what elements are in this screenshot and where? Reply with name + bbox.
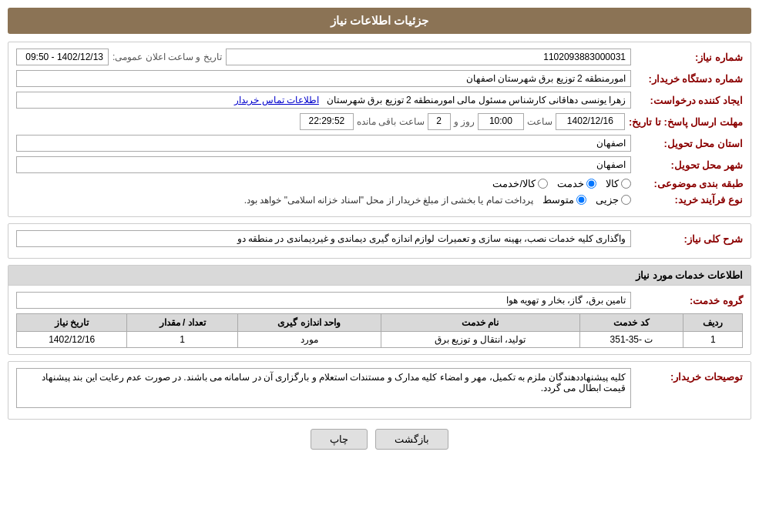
need-description-label: شرح کلی نیاز: xyxy=(635,233,743,245)
purchase-type-label-jozi: جزیی xyxy=(596,194,619,206)
col-quantity: تعداد / مقدار xyxy=(127,314,237,332)
service-group-value: تامین برق، گاز، بخار و تهویه هوا xyxy=(16,292,631,309)
page-wrapper: جزئیات اطلاعات نیاز شماره نیاز: 11020938… xyxy=(0,0,759,532)
response-days: 2 xyxy=(428,113,451,130)
page-title: جزئیات اطلاعات نیاز xyxy=(8,8,751,34)
category-option-kala-khedmat[interactable]: کالا/خدمت xyxy=(492,178,548,189)
services-info-section: اطلاعات خدمات مورد نیاز گروه خدمت: تامین… xyxy=(8,265,751,355)
buyer-notes-label: توصیحات خریدار: xyxy=(635,368,743,383)
cell-unit: مورد xyxy=(237,332,381,348)
row-service-group: گروه خدمت: تامین برق، گاز، بخار و تهویه … xyxy=(16,292,743,309)
province-value: اصفهان xyxy=(16,135,631,152)
creator-label: ایجاد کننده درخواست: xyxy=(635,95,743,106)
buyer-notes-textarea[interactable]: کلیه پیشنهاددهندگان ملزم به تکمیل، مهر و… xyxy=(16,368,631,408)
response-date: 1402/12/16 xyxy=(556,113,625,130)
response-time-label: ساعت xyxy=(527,116,552,127)
row-category: طبقه بندی موضوعی: کالا خدمت کالا/خدمت xyxy=(16,178,743,189)
cell-date: 1402/12/16 xyxy=(17,332,127,348)
row-city: شهر محل تحویل: اصفهان xyxy=(16,156,743,173)
response-days-label: روز و xyxy=(454,116,475,127)
col-row: ردیف xyxy=(683,314,743,332)
row-response-deadline: مهلت ارسال پاسخ: تا تاریخ: 1402/12/16 سا… xyxy=(16,113,743,130)
buyer-notes-body: توصیحات خریدار: کلیه پیشنهاددهندگان ملزم… xyxy=(8,362,751,419)
response-deadline-label: مهلت ارسال پاسخ: تا تاریخ: xyxy=(629,116,743,128)
cell-code: ت -35-351 xyxy=(579,332,683,348)
category-radio-kala-khedmat[interactable] xyxy=(538,179,548,189)
buyer-name-label: شماره دستگاه خریدار: xyxy=(635,73,743,85)
row-province: استان محل تحویل: اصفهان xyxy=(16,135,743,152)
category-radio-kala[interactable] xyxy=(621,179,631,189)
city-value: اصفهان xyxy=(16,156,631,173)
purchase-type-radio-group: جزیی متوسط پرداخت تمام یا بخشی از مبلغ خ… xyxy=(16,194,631,206)
col-date: تاریخ نیاز xyxy=(17,314,127,332)
main-info-section: شماره نیاز: 1102093883000031 تاریخ و ساع… xyxy=(8,42,751,217)
creator-value: زهرا یونسی دهاقانی کارشناس مسئول مالی ام… xyxy=(16,92,631,109)
purchase-type-label-motevaset: متوسط xyxy=(542,194,574,206)
purchase-type-radio-jozi[interactable] xyxy=(621,195,631,205)
purchase-type-label: نوع فرآیند خرید: xyxy=(635,194,743,206)
category-radio-khedmat[interactable] xyxy=(586,179,596,189)
row-buyer-name: شماره دستگاه خریدار: امورمنطقه 2 توزیع ب… xyxy=(16,70,743,87)
need-number-value: 1102093883000031 xyxy=(226,49,631,65)
purchase-type-radio-motevaset[interactable] xyxy=(576,195,586,205)
creator-name: زهرا یونسی دهاقانی کارشناس مسئول مالی ام… xyxy=(327,95,626,105)
need-description-body: شرح کلی نیاز: واگذاری کلیه خدمات نصب، به… xyxy=(8,224,751,258)
col-name: نام خدمت xyxy=(381,314,579,332)
response-time: 10:00 xyxy=(478,113,524,130)
purchase-type-note: پرداخت تمام یا بخشی از مبلغ خریدار از مح… xyxy=(16,195,533,206)
announcement-date-label: تاریخ و ساعت اعلان عمومی: xyxy=(113,52,222,62)
response-date-block: 1402/12/16 ساعت 10:00 روز و 2 ساعت باقی … xyxy=(16,113,625,130)
category-label: طبقه بندی موضوعی: xyxy=(635,178,743,189)
button-bar: بازگشت چاپ xyxy=(8,429,751,450)
table-row: 1 ت -35-351 تولید، انتقال و توزیع برق مو… xyxy=(17,332,743,348)
need-number-label: شماره نیاز: xyxy=(635,52,743,63)
cell-row: 1 xyxy=(683,332,743,348)
city-label: شهر محل تحویل: xyxy=(635,159,743,171)
col-unit: واحد اندازه گیری xyxy=(237,314,381,332)
table-header-row: ردیف کد خدمت نام خدمت واحد اندازه گیری ت… xyxy=(17,314,743,332)
need-description-value: واگذاری کلیه خدمات نصب، بهینه سازی و تعم… xyxy=(16,230,631,247)
buyer-notes-section: توصیحات خریدار: کلیه پیشنهاددهندگان ملزم… xyxy=(8,361,751,420)
province-label: استان محل تحویل: xyxy=(635,138,743,149)
category-option-kala[interactable]: کالا xyxy=(606,178,631,189)
row-buyer-notes: توصیحات خریدار: کلیه پیشنهاددهندگان ملزم… xyxy=(16,368,743,408)
service-group-label: گروه خدمت: xyxy=(635,295,743,306)
category-label-kala: کالا xyxy=(606,178,619,189)
announcement-date-value: 1402/12/13 - 09:50 xyxy=(16,49,109,65)
services-table: ردیف کد خدمت نام خدمت واحد اندازه گیری ت… xyxy=(16,313,743,348)
cell-quantity: 1 xyxy=(127,332,237,348)
response-remaining-label: ساعت باقی مانده xyxy=(357,116,425,127)
col-code: کد خدمت xyxy=(579,314,683,332)
purchase-type-option-jozi[interactable]: جزیی xyxy=(596,194,631,206)
services-info-body: گروه خدمت: تامین برق، گاز، بخار و تهویه … xyxy=(8,286,751,354)
creator-contact-link[interactable]: اطلاعات تماس خریدار xyxy=(234,95,319,105)
cell-name: تولید، انتقال و توزیع برق xyxy=(381,332,579,348)
row-need-number: شماره نیاز: 1102093883000031 تاریخ و ساع… xyxy=(16,49,743,65)
need-description-section: شرح کلی نیاز: واگذاری کلیه خدمات نصب، به… xyxy=(8,223,751,259)
back-button[interactable]: بازگشت xyxy=(375,429,448,450)
row-purchase-type: نوع فرآیند خرید: جزیی متوسط پرداخت تمام … xyxy=(16,194,743,206)
category-radio-group: کالا خدمت کالا/خدمت xyxy=(16,178,631,189)
response-remaining: 22:29:52 xyxy=(300,113,354,130)
row-need-description: شرح کلی نیاز: واگذاری کلیه خدمات نصب، به… xyxy=(16,230,743,247)
category-option-khedmat[interactable]: خدمت xyxy=(557,178,596,189)
main-form-body: شماره نیاز: 1102093883000031 تاریخ و ساع… xyxy=(8,42,751,216)
buyer-name-value: امورمنطقه 2 توزیع برق شهرستان اصفهان xyxy=(16,70,631,87)
purchase-type-option-motevaset[interactable]: متوسط xyxy=(542,194,586,206)
row-creator: ایجاد کننده درخواست: زهرا یونسی دهاقانی … xyxy=(16,92,743,109)
services-info-header: اطلاعات خدمات مورد نیاز xyxy=(8,266,751,286)
category-label-kala-khedmat: کالا/خدمت xyxy=(492,178,536,189)
category-label-khedmat: خدمت xyxy=(557,178,584,189)
print-button[interactable]: چاپ xyxy=(311,429,368,450)
